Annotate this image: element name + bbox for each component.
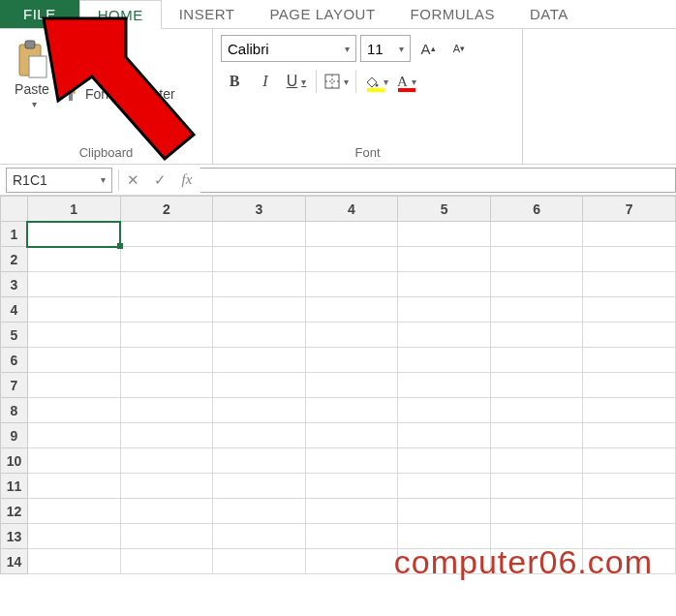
column-header[interactable]: 5 [398,197,491,222]
cell[interactable] [398,348,491,373]
cell[interactable] [305,247,398,272]
cell[interactable] [490,398,583,423]
font-color-button[interactable]: A ▾ [393,68,420,95]
row-header[interactable]: 14 [1,549,28,574]
cell[interactable] [213,448,306,474]
cell[interactable] [213,398,306,423]
cell[interactable] [305,272,398,297]
cell[interactable] [27,499,120,524]
cell[interactable] [120,272,213,297]
enter-formula-button[interactable]: ✓ [146,168,173,193]
cell[interactable] [120,474,213,499]
formula-input[interactable] [200,168,676,193]
cell[interactable] [583,373,676,398]
column-header[interactable]: 4 [305,197,398,222]
cell[interactable] [305,499,398,524]
tab-page-layout[interactable]: PAGE LAYOUT [252,0,392,28]
cell[interactable] [27,297,120,323]
increase-font-button[interactable]: A▴ [415,35,442,62]
cell[interactable] [213,373,306,398]
cell[interactable] [213,247,306,272]
row-header[interactable]: 8 [1,398,28,423]
cell[interactable] [305,222,398,247]
cell[interactable] [398,222,491,247]
cell[interactable] [27,474,120,499]
insert-function-button[interactable]: fx [173,168,200,193]
row-header[interactable]: 4 [1,297,28,323]
cell[interactable] [583,474,676,499]
row-header[interactable]: 13 [1,524,28,549]
row-header[interactable]: 5 [1,323,28,348]
cell[interactable] [583,297,676,323]
cell[interactable] [120,373,213,398]
italic-button[interactable]: I [252,68,279,95]
cell[interactable] [27,323,120,348]
cell[interactable] [120,448,213,474]
cell[interactable] [583,247,676,272]
cell[interactable] [583,448,676,474]
cell[interactable] [120,247,213,272]
cell[interactable] [305,373,398,398]
cell[interactable] [583,323,676,348]
tab-insert[interactable]: INSERT [162,0,253,28]
decrease-font-button[interactable]: A▾ [446,35,473,62]
cell[interactable] [27,373,120,398]
cell[interactable] [398,272,491,297]
cell[interactable] [490,474,583,499]
column-header[interactable]: 2 [120,197,213,222]
cell[interactable] [305,297,398,323]
cell[interactable] [305,398,398,423]
row-header[interactable]: 2 [1,247,28,272]
cell[interactable] [120,348,213,373]
cell[interactable] [27,272,120,297]
copy-button[interactable]: Copy ▾ [62,62,175,79]
cell[interactable] [305,474,398,499]
column-header[interactable]: 1 [27,197,120,222]
cell[interactable] [305,323,398,348]
cell[interactable] [27,524,120,549]
cell[interactable] [213,499,306,524]
cell[interactable] [27,348,120,373]
row-header[interactable]: 6 [1,348,28,373]
cell[interactable] [120,398,213,423]
row-header[interactable]: 7 [1,373,28,398]
underline-button[interactable]: U▾ [283,68,310,95]
cell[interactable] [27,222,120,247]
cell[interactable] [305,448,398,474]
cell[interactable] [120,524,213,549]
row-header[interactable]: 9 [1,423,28,448]
cell[interactable] [398,373,491,398]
cell[interactable] [213,272,306,297]
cell[interactable] [120,297,213,323]
cell[interactable] [27,448,120,474]
cell[interactable] [490,373,583,398]
cell[interactable] [583,348,676,373]
tab-home[interactable]: HOME [79,0,162,29]
select-all-corner[interactable] [1,197,28,222]
fill-color-button[interactable]: ▾ [362,68,389,95]
cell[interactable] [120,323,213,348]
row-header[interactable]: 3 [1,272,28,297]
cell[interactable] [398,323,491,348]
row-header[interactable]: 11 [1,474,28,499]
cell[interactable] [583,398,676,423]
cell[interactable] [213,323,306,348]
cell[interactable] [583,272,676,297]
cell[interactable] [120,423,213,448]
cell[interactable] [490,423,583,448]
cell[interactable] [305,348,398,373]
bold-button[interactable]: B [221,68,248,95]
cell[interactable] [27,398,120,423]
cell[interactable] [213,297,306,323]
paste-button[interactable]: Paste ▾ [8,35,56,143]
tab-data[interactable]: DATA [512,0,586,28]
cell[interactable] [583,499,676,524]
cell[interactable] [120,222,213,247]
cell[interactable] [490,297,583,323]
row-header[interactable]: 10 [1,448,28,474]
font-size-select[interactable]: 11 ▾ [360,35,411,62]
cell[interactable] [490,348,583,373]
cell[interactable] [213,348,306,373]
cell[interactable] [490,247,583,272]
cell[interactable] [398,474,491,499]
